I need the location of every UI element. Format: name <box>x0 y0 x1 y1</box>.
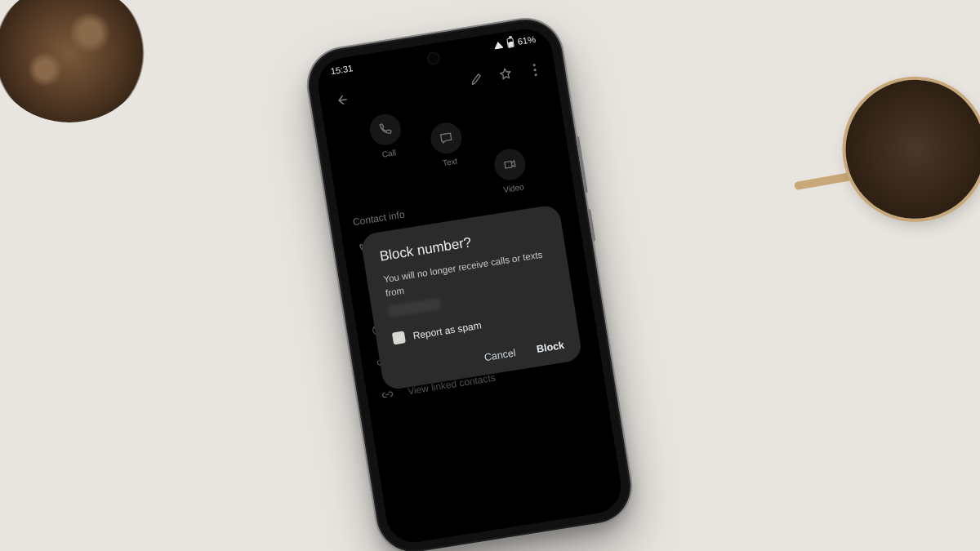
report-spam-label: Report as spam <box>412 319 483 341</box>
phone-device: 15:31 61% <box>305 16 634 551</box>
battery-pct: 61% <box>517 34 537 47</box>
block-button[interactable]: Block <box>536 340 565 355</box>
battery-icon <box>506 38 514 48</box>
dialog-redacted-number <box>388 298 441 318</box>
wifi-icon <box>493 40 504 49</box>
phone-screen: 15:31 61% <box>314 25 625 546</box>
desk-prop-pinecone <box>0 0 147 122</box>
desk-prop-sunglasses <box>803 43 980 315</box>
status-time: 15:31 <box>330 63 354 76</box>
report-spam-checkbox[interactable] <box>392 331 406 345</box>
check-icon <box>394 332 405 344</box>
cancel-button[interactable]: Cancel <box>483 348 517 364</box>
block-number-dialog: Block number? You will no longer receive… <box>360 204 583 391</box>
